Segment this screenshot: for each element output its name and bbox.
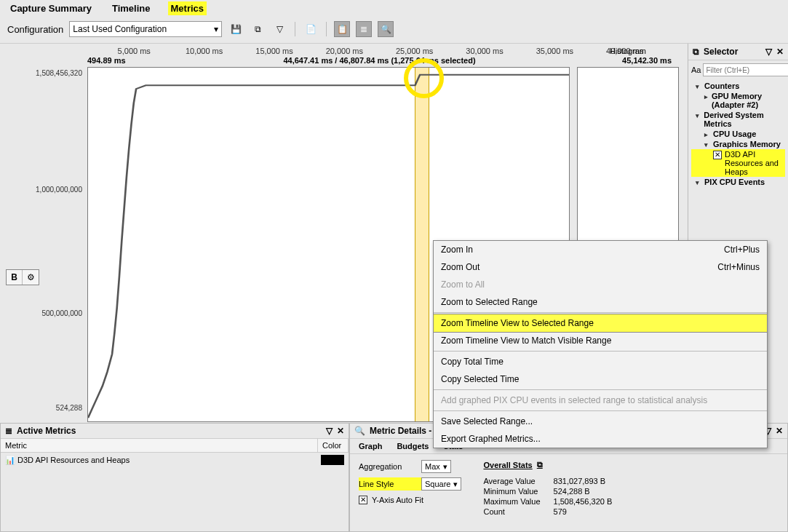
y-tick: 1,000,000,000: [13, 186, 82, 194]
checkbox-icon[interactable]: [713, 151, 722, 159]
yaxis-autofit-checkbox[interactable]: [359, 496, 367, 504]
stat-label: Minimum Value: [483, 487, 540, 496]
copy-icon[interactable]: ⧉: [537, 460, 543, 469]
col-color[interactable]: Color: [318, 439, 349, 452]
menu-zoom-selected[interactable]: Zoom to Selected Range: [434, 293, 767, 311]
tab-capture-summary[interactable]: Capture Summary: [7, 1, 95, 15]
configuration-value: Last Used Configuration: [73, 24, 167, 34]
search-icon[interactable]: 🔍: [378, 21, 394, 37]
aggregation-label: Aggregation: [359, 462, 417, 471]
yaxis-autofit-label: Y-Axis Auto Fit: [372, 496, 423, 504]
active-metrics-panel: ≣ Active Metrics ▽ ✕ Metric Color 📊 D3D …: [0, 423, 349, 532]
x-axis-ticks: 5,000 ms 10,000 ms 15,000 ms 20,000 ms 2…: [87, 47, 672, 55]
range-center: 44,647.41 ms / 46,807.84 ms (1,275.64 ms…: [283, 56, 475, 65]
close-icon[interactable]: ✕: [776, 47, 784, 57]
y-tick: 500,000,000: [13, 309, 82, 317]
menu-add-graphed: Add graphed PIX CPU events in selected r…: [434, 392, 767, 409]
menu-zoom-timeline-selected[interactable]: Zoom Timeline View to Selected Range: [434, 314, 767, 332]
menu-zoom-all: Zoom to All: [434, 276, 767, 293]
line-style-label: Line Style: [359, 480, 417, 488]
line-style-dropdown[interactable]: Square▾: [421, 477, 461, 491]
menu-copy-selected[interactable]: Copy Selected Time: [434, 370, 767, 388]
aggregation-dropdown[interactable]: Max▾: [421, 460, 451, 473]
dropdown-icon[interactable]: ▽: [326, 426, 333, 436]
stat-label: Count: [483, 507, 540, 516]
close-icon[interactable]: ✕: [337, 426, 344, 436]
tab-budgets[interactable]: Budgets: [397, 442, 429, 450]
chevron-down-icon: ▾: [214, 24, 218, 34]
menu-zoom-in[interactable]: Zoom InCtrl+Plus: [434, 241, 767, 258]
save-as-icon[interactable]: ⧉: [250, 21, 266, 37]
save-icon[interactable]: 💾: [228, 21, 244, 37]
tab-metrics[interactable]: Metrics: [168, 1, 207, 15]
tree-pix-cpu-events[interactable]: ▾PIX CPU Events: [691, 177, 785, 187]
menu-zoom-out[interactable]: Zoom OutCtrl+Minus: [434, 258, 767, 276]
y-tick: 524,288: [13, 404, 82, 412]
menu-zoom-timeline-visible[interactable]: Zoom Timeline View to Match Visible Rang…: [434, 332, 767, 349]
tree-gpu-memory[interactable]: ▸GPU Memory (Adapter #2): [691, 91, 785, 110]
overall-stats-label: Overall Stats: [483, 461, 532, 469]
menu-copy-total[interactable]: Copy Total Time: [434, 353, 767, 370]
table-row[interactable]: 📊 D3D API Resources and Heaps: [1, 453, 349, 467]
histogram-label: Histogram: [610, 47, 646, 55]
tree-d3d-api[interactable]: D3D API Resources and Heaps: [691, 149, 785, 177]
menu-save-range[interactable]: Save Selected Range...: [434, 413, 767, 430]
dropdown-icon[interactable]: ▽: [765, 47, 772, 57]
chevron-down-icon: ▾: [443, 462, 447, 472]
selector-title: Selector: [704, 47, 738, 57]
stat-label: Maximum Value: [483, 497, 540, 506]
y-tick: 1,508,456,320: [13, 69, 82, 77]
close-icon[interactable]: ✕: [776, 426, 783, 436]
clipboard-icon[interactable]: 📋: [334, 21, 350, 37]
stat-value: 1,508,456,320 B: [554, 497, 613, 506]
tab-graph[interactable]: Graph: [359, 442, 382, 450]
tree-derived-metrics[interactable]: ▾Derived System Metrics: [691, 110, 785, 129]
range-right: 45,142.30 ms: [622, 56, 672, 66]
filter-prefix: Aa: [691, 65, 701, 74]
menu-export-metrics[interactable]: Export Graphed Metrics...: [434, 430, 767, 448]
notes-icon[interactable]: 📄: [303, 21, 319, 37]
col-metric[interactable]: Metric: [1, 439, 318, 452]
stat-value: 524,288 B: [554, 487, 613, 496]
configuration-dropdown[interactable]: Last Used Configuration ▾: [69, 21, 222, 37]
range-left: 494.89 ms: [87, 56, 126, 66]
configuration-label: Configuration: [7, 24, 63, 35]
color-swatch[interactable]: [321, 455, 344, 465]
tab-timeline[interactable]: Timeline: [109, 1, 154, 15]
search-icon: 🔍: [354, 426, 365, 436]
range-labels: 494.89 ms 44,647.41 ms / 46,807.84 ms (1…: [87, 56, 672, 66]
filter-input[interactable]: [703, 63, 788, 76]
dropdown-icon[interactable]: ▽: [271, 21, 287, 37]
chevron-down-icon: ▾: [453, 480, 458, 489]
stat-value: 579: [554, 507, 613, 516]
row-label: D3D API Resources and Heaps: [17, 456, 130, 464]
tree-cpu-usage[interactable]: ▸CPU Usage: [691, 129, 785, 139]
divider: [326, 22, 327, 36]
tree-counters[interactable]: ▾Counters: [691, 81, 785, 91]
bold-button[interactable]: B: [7, 270, 23, 285]
tree-graphics-memory[interactable]: ▾Graphics Memory: [691, 139, 785, 149]
filter-icon: ⧉: [693, 47, 699, 57]
list-icon[interactable]: ≣: [356, 21, 372, 37]
context-menu: Zoom InCtrl+Plus Zoom OutCtrl+Minus Zoom…: [433, 240, 768, 448]
chart-icon: 📊: [5, 456, 15, 465]
active-metrics-title: Active Metrics: [17, 426, 76, 436]
gear-icon[interactable]: ⚙: [23, 270, 39, 285]
divider: [295, 22, 295, 36]
stat-value: 831,027,893 B: [554, 477, 613, 485]
list-icon: ≣: [5, 426, 12, 436]
stat-label: Average Value: [483, 477, 540, 485]
